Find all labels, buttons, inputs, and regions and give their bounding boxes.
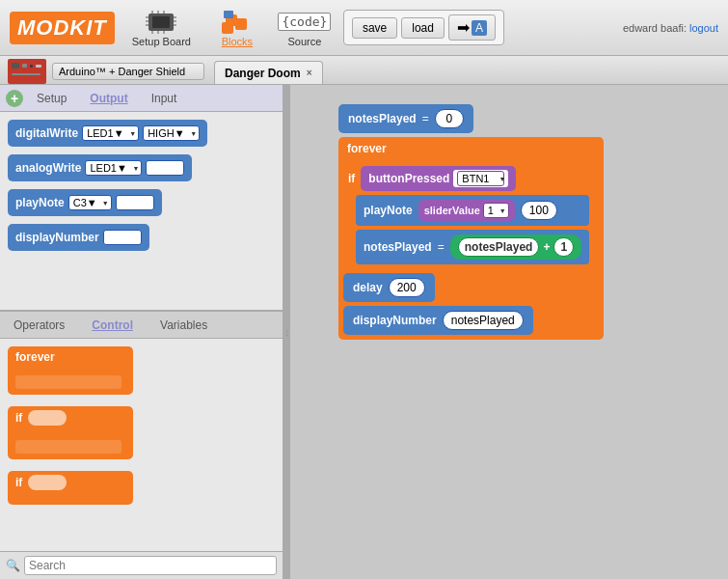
bottom-blocks: forever if if xyxy=(0,339,283,551)
user-info: edward baafi: logout xyxy=(623,22,718,34)
source-label: Source xyxy=(287,36,321,47)
svg-rect-1 xyxy=(152,16,170,28)
display-number-block[interactable]: displayNumber 0 xyxy=(8,224,149,251)
if-label: if xyxy=(348,172,355,185)
left-panel: + Setup Output Input digitalWrite LED1▼ xyxy=(0,85,284,579)
board-dropdown[interactable]: Arduino™ + Danger Shield xyxy=(52,63,204,80)
pn-note-dropdown[interactable]: C3▼ xyxy=(68,195,112,210)
dw-val-wrap[interactable]: HIGH▼ xyxy=(143,125,200,141)
board-dropdown-wrap[interactable]: Arduino™ + Danger Shield xyxy=(52,63,204,80)
btn-dropdown[interactable]: BTN1 xyxy=(457,171,504,186)
username: edward baafi xyxy=(623,22,684,34)
pn-inner-value[interactable]: 100 xyxy=(521,201,557,220)
add-block-btn[interactable]: + xyxy=(6,90,23,107)
blocks-area: digitalWrite LED1▼ HIGH▼ analogWrite xyxy=(0,112,283,310)
tab-close-btn[interactable]: × xyxy=(307,69,312,78)
save-button[interactable]: save xyxy=(352,17,397,39)
dw-pin-wrap[interactable]: LED1▼ xyxy=(82,125,139,141)
pn-note-wrap[interactable]: C3▼ xyxy=(68,195,112,210)
forever-label: forever xyxy=(343,142,594,157)
svg-rect-21 xyxy=(30,65,33,68)
notes-played-assign-block[interactable]: notesPlayed = 0 xyxy=(338,104,473,133)
dw-pin-dropdown[interactable]: LED1▼ xyxy=(82,125,139,141)
play-note-block[interactable]: playNote C3▼ 100 xyxy=(8,189,162,216)
setup-board-btn[interactable]: Setup Board xyxy=(124,5,199,51)
aw-value-input[interactable]: 255 xyxy=(146,160,184,176)
bp-dropdown-wrap[interactable]: BTN1 xyxy=(453,170,508,187)
upload-button[interactable]: ➡ A xyxy=(448,14,496,41)
delay-block[interactable]: delay 200 xyxy=(343,273,435,302)
np-assign-label: notesPlayed xyxy=(348,112,417,125)
pn-inner-label: playNote xyxy=(364,204,413,217)
sv-num-wrap[interactable]: 1 xyxy=(483,203,509,218)
forever-template-block[interactable]: forever xyxy=(8,346,133,395)
logo: MODKIT xyxy=(10,12,115,44)
upload-icon-letter: A xyxy=(472,20,487,36)
dw-label: digitalWrite xyxy=(15,126,78,140)
setup-board-label: Setup Board xyxy=(132,36,191,47)
source-btn[interactable]: {code} Source xyxy=(276,5,334,51)
svg-rect-16 xyxy=(235,18,247,30)
aw-label: analogWrite xyxy=(15,161,81,175)
svg-rect-20 xyxy=(22,64,27,68)
search-input[interactable] xyxy=(24,556,277,575)
blocks-btn[interactable]: Blocks xyxy=(208,5,266,51)
plus-sign: + xyxy=(543,240,550,254)
aw-pin-dropdown[interactable]: LED1▼ xyxy=(85,160,142,176)
svg-rect-22 xyxy=(36,65,41,68)
ge-var: notesPlayed xyxy=(458,237,540,257)
button-pressed-block[interactable]: buttonPressed BTN1 xyxy=(361,166,516,191)
user-name-text: edward baafi: logout xyxy=(623,22,718,34)
dw-val-dropdown[interactable]: HIGH▼ xyxy=(143,125,200,141)
blocks-icon xyxy=(220,9,255,36)
program-blocks: notesPlayed = 0 forever if buttonPressed xyxy=(338,104,604,340)
arrow-right-icon: ➡ xyxy=(457,18,470,37)
danger-doom-tab[interactable]: Danger Doom × xyxy=(214,61,323,84)
play-note-inner-block[interactable]: playNote sliderValue 1 100 xyxy=(356,195,589,226)
bottom-tab-control[interactable]: Control xyxy=(78,315,147,336)
green-expr-block[interactable]: notesPlayed + 1 xyxy=(450,234,581,260)
canvas-area: notesPlayed = 0 forever if buttonPressed xyxy=(290,85,728,579)
bottom-tab-operators[interactable]: Operators xyxy=(0,315,78,336)
chip-icon xyxy=(144,9,178,36)
np-inc-label: notesPlayed xyxy=(364,240,432,254)
delay-value[interactable]: 200 xyxy=(389,278,425,297)
load-button[interactable]: load xyxy=(401,17,445,39)
pn-label: playNote xyxy=(15,196,65,209)
board-image xyxy=(8,59,46,84)
bp-label: buttonPressed xyxy=(368,172,449,185)
if-template-block-1[interactable]: if xyxy=(8,406,133,459)
analog-write-block[interactable]: analogWrite LED1▼ 255 xyxy=(8,154,192,181)
aw-pin-wrap[interactable]: LED1▼ xyxy=(85,160,142,176)
sub-tab-setup[interactable]: Setup xyxy=(27,89,76,108)
if-block-label-1: if xyxy=(15,411,22,425)
sv-num-dropdown[interactable]: 1 xyxy=(483,203,509,218)
header: MODKIT Setup Board xyxy=(0,0,728,56)
svg-rect-19 xyxy=(12,63,19,69)
pn-value-input[interactable]: 100 xyxy=(116,195,154,210)
sub-tabs: + Setup Output Input xyxy=(0,85,283,112)
digital-write-block[interactable]: digitalWrite LED1▼ HIGH▼ xyxy=(8,120,207,147)
main-layout: + Setup Output Input digitalWrite LED1▼ xyxy=(0,85,728,579)
bottom-tab-variables[interactable]: Variables xyxy=(147,315,221,336)
sub-tab-input[interactable]: Input xyxy=(142,89,187,108)
bottom-panel: Operators Control Variables forever xyxy=(0,310,283,579)
np-inc-eq: = xyxy=(438,240,445,254)
forever-block[interactable]: forever if buttonPressed BTN1 xyxy=(338,137,604,340)
dn-value-input[interactable]: 0 xyxy=(103,230,142,245)
tab-label: Danger Doom xyxy=(225,67,301,80)
display-number-prog-block[interactable]: displayNumber notesPlayed xyxy=(343,306,533,335)
if-block[interactable]: if buttonPressed BTN1 xyxy=(343,161,594,269)
logout-link[interactable]: logout xyxy=(689,22,718,34)
if-block-label-2: if xyxy=(15,476,22,489)
np-assign-value[interactable]: 0 xyxy=(435,109,464,128)
slider-value-block[interactable]: sliderValue 1 xyxy=(418,200,515,221)
save-load-area: save load ➡ A xyxy=(343,10,504,45)
if-template-block-2[interactable]: if xyxy=(8,471,133,505)
notes-played-increment-block[interactable]: notesPlayed = notesPlayed + 1 xyxy=(356,230,589,264)
board-selector: Arduino™ + Danger Shield xyxy=(8,59,204,84)
svg-rect-17 xyxy=(224,11,233,18)
sv-label: sliderValue xyxy=(424,205,480,216)
blocks-label: Blocks xyxy=(222,36,253,47)
sub-tab-output[interactable]: Output xyxy=(80,89,137,108)
